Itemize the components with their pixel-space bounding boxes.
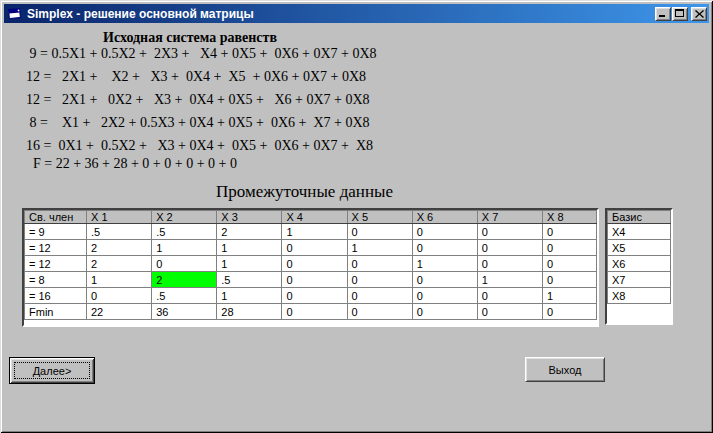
- cell: 1: [217, 240, 282, 256]
- cell: .5: [152, 288, 217, 304]
- minimize-button[interactable]: [655, 7, 671, 21]
- basis-table: Базис X4X5X6X7X8: [605, 208, 673, 325]
- basis-row: X6: [608, 256, 671, 272]
- table-row: Fmin22362800000: [25, 304, 597, 320]
- cell: 22: [87, 304, 152, 320]
- cell: 0: [412, 240, 477, 256]
- column-header: X 4: [282, 211, 347, 224]
- close-icon: [695, 10, 704, 18]
- basis-row: X4: [608, 224, 671, 240]
- cell: 0: [543, 304, 597, 320]
- column-header: X 2: [152, 211, 217, 224]
- cell: 0: [412, 288, 477, 304]
- column-header: Св. член: [25, 211, 87, 224]
- column-header: X 8: [543, 211, 597, 224]
- cell: 2: [217, 224, 282, 240]
- app-icon: [7, 6, 23, 22]
- cell: 0: [412, 304, 477, 320]
- matrix-table-body: = 9.5.5210000= 1221101000= 1220100100= 8…: [25, 224, 597, 320]
- row-label: = 12: [25, 256, 87, 272]
- basis-item: X4: [608, 224, 671, 240]
- cell: 0: [347, 272, 412, 288]
- cell: 1: [543, 288, 597, 304]
- cell: 1: [477, 272, 542, 288]
- pivot-cell: 2: [152, 272, 217, 288]
- basis-item: X5: [608, 240, 671, 256]
- cell: 0: [87, 288, 152, 304]
- equation-line-3: 12 = 2X1 + 0X2 + X3 + 0X4 + 0X5 + X6 + 0…: [26, 92, 370, 108]
- heading-intermediate-data: Промежуточные данные: [216, 182, 393, 202]
- column-header: X 1: [87, 211, 152, 224]
- equation-line-6: F = 22 + 36 + 28 + 0 + 0 + 0 + 0 + 0: [26, 156, 237, 172]
- cell: 1: [282, 224, 347, 240]
- cell: .5: [152, 224, 217, 240]
- table-row: = 9.5.5210000: [25, 224, 597, 240]
- cell: .5: [87, 224, 152, 240]
- equation-line-2: 12 = 2X1 + X2 + X3 + 0X4 + X5 + 0X6 + 0X…: [26, 69, 366, 85]
- maximize-button[interactable]: [672, 7, 688, 21]
- window: Simplex - решение основной матрицы Исход…: [0, 0, 713, 433]
- exit-button[interactable]: Выход: [525, 357, 605, 382]
- minimize-icon: [658, 9, 668, 18]
- equation-line-4: 8 = X1 + 2X2 + 0.5X3 + 0X4 + 0X5 + 0X6 +…: [26, 115, 370, 131]
- cell: 0: [543, 240, 597, 256]
- cell: 0: [282, 288, 347, 304]
- cell: 0: [282, 304, 347, 320]
- column-header: X 7: [477, 211, 542, 224]
- basis-row: X7: [608, 272, 671, 288]
- cell: 1: [217, 256, 282, 272]
- cell: 2: [87, 240, 152, 256]
- column-header: X 3: [217, 211, 282, 224]
- cell: 0: [282, 272, 347, 288]
- cell: 0: [347, 256, 412, 272]
- cell: 0: [543, 272, 597, 288]
- cell: 0: [347, 304, 412, 320]
- table-row: = 1221101000: [25, 240, 597, 256]
- cell: 0: [412, 272, 477, 288]
- row-label: = 9: [25, 224, 87, 240]
- cell: 0: [282, 240, 347, 256]
- next-button-label: Далее>: [14, 362, 90, 379]
- cell: 1: [87, 272, 152, 288]
- row-label: = 8: [25, 272, 87, 288]
- basis-row: X5: [608, 240, 671, 256]
- basis-header: Базис: [608, 211, 671, 224]
- cell: 0: [347, 288, 412, 304]
- cell: 0: [477, 240, 542, 256]
- basis-body: X4X5X6X7X8: [608, 224, 671, 304]
- cell: 28: [217, 304, 282, 320]
- cell: 1: [347, 240, 412, 256]
- cell: 36: [152, 304, 217, 320]
- maximize-icon: [675, 9, 685, 18]
- cell: 0: [477, 224, 542, 240]
- row-label: Fmin: [25, 304, 87, 320]
- matrix-table: Св. членX 1X 2X 3X 4X 5X 6X 7X 8 = 9.5.5…: [22, 208, 599, 327]
- basis-row: X8: [608, 288, 671, 304]
- cell: 1: [217, 288, 282, 304]
- column-header: X 5: [347, 211, 412, 224]
- cell: 1: [412, 256, 477, 272]
- basis-item: X7: [608, 272, 671, 288]
- equation-line-1: 9 = 0.5X1 + 0.5X2 + 2X3 + X4 + 0X5 + 0X6…: [26, 46, 377, 62]
- cell: 0: [347, 224, 412, 240]
- cell: 0: [152, 256, 217, 272]
- title-bar: Simplex - решение основной матрицы: [4, 4, 709, 23]
- close-button[interactable]: [691, 7, 707, 21]
- row-label: = 12: [25, 240, 87, 256]
- basis-item: X6: [608, 256, 671, 272]
- matrix-header-row: Св. членX 1X 2X 3X 4X 5X 6X 7X 8: [25, 211, 597, 224]
- cell: 0: [477, 288, 542, 304]
- cell: .5: [217, 272, 282, 288]
- cell: 0: [477, 304, 542, 320]
- table-row: = 160.5100001: [25, 288, 597, 304]
- cell: 0: [477, 256, 542, 272]
- table-row: = 1220100100: [25, 256, 597, 272]
- exit-button-label: Выход: [549, 364, 582, 376]
- window-title: Simplex - решение основной матрицы: [27, 7, 655, 21]
- cell: 1: [152, 240, 217, 256]
- next-button[interactable]: Далее>: [9, 357, 95, 384]
- equation-line-5: 16 = 0X1 + 0.5X2 + X3 + 0X4 + 0X5 + 0X6 …: [26, 138, 373, 154]
- caption-buttons: [655, 7, 707, 21]
- cell: 2: [87, 256, 152, 272]
- row-label: = 16: [25, 288, 87, 304]
